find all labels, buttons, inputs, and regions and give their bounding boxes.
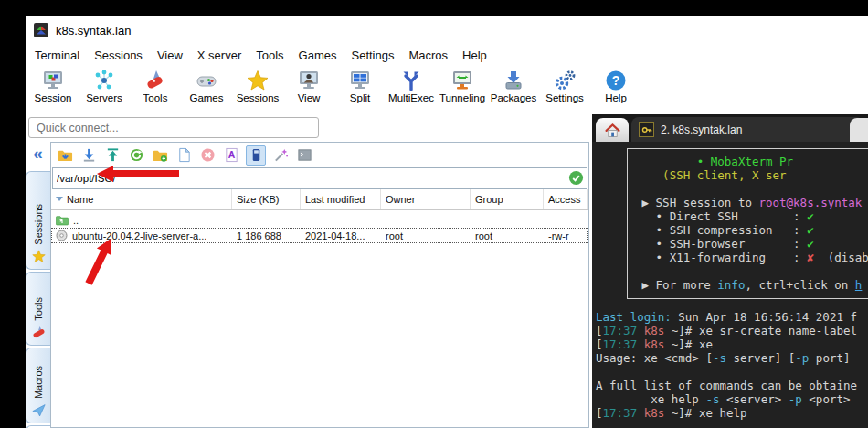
- column-group[interactable]: Group: [471, 189, 544, 209]
- terminal-tab-bar: 2. k8s.syntak.lan ×: [592, 114, 868, 142]
- toolbar-sessions-button[interactable]: Sessions: [232, 66, 283, 114]
- tunneling-monitor-icon: [450, 69, 474, 92]
- toolbar-multiexec-button[interactable]: MultiExec: [386, 66, 437, 114]
- packages-drive-icon: [502, 69, 525, 92]
- new-folder-icon: [153, 147, 168, 163]
- toolbar-packages-button[interactable]: Packages: [488, 66, 539, 114]
- new-file-icon: [176, 147, 192, 163]
- servers-network-icon: [92, 69, 116, 92]
- menu-terminal[interactable]: Terminal: [27, 46, 87, 65]
- toolbar-help-button[interactable]: ? Help: [590, 66, 641, 114]
- table-row-ubuntu-iso[interactable]: ubuntu-20.04.2-live-server-a... 1 186 68…: [51, 228, 588, 243]
- mobaxterm-logo-icon: [34, 23, 48, 37]
- svg-text:A: A: [228, 150, 235, 160]
- toolbar-session-button[interactable]: Session: [27, 66, 79, 114]
- quick-connect-row: [26, 114, 589, 142]
- main-toolbar: Session Servers Tools Games Sessions Vie…: [26, 66, 868, 114]
- sidebar-tab-sessions[interactable]: Sessions: [26, 171, 50, 270]
- terminal-tab-k8s[interactable]: 2. k8s.syntak.lan ×: [631, 117, 863, 142]
- parent-folder-button[interactable]: [56, 146, 74, 165]
- menu-games[interactable]: Games: [291, 46, 344, 65]
- file-owner: root: [381, 230, 471, 241]
- sftp-browser-panel: A Name: [50, 142, 589, 428]
- sidebar-tab-macros[interactable]: Macros: [26, 348, 50, 423]
- knife-icon: [32, 326, 46, 339]
- tools-knife-icon: [143, 69, 167, 92]
- games-gamepad-icon: [195, 69, 218, 92]
- toolbar-tools-button[interactable]: Tools: [130, 66, 181, 114]
- terminal-banner: • MobaXterm Pr (SSH client, X ser ▶ SSH …: [627, 148, 868, 299]
- home-icon: [604, 123, 621, 138]
- delete-icon: [200, 147, 216, 163]
- quick-connect-input[interactable]: [28, 117, 319, 138]
- file-access: -rw-r: [544, 230, 588, 241]
- sort-indicator-icon[interactable]: [56, 197, 63, 201]
- sidebar-collapse-button[interactable]: «: [26, 142, 50, 166]
- mobaxterm-window: k8s.syntak.lan Terminal Sessions View X …: [26, 16, 868, 428]
- new-folder-button[interactable]: [151, 146, 169, 165]
- upload-button[interactable]: [103, 146, 122, 165]
- edit-rename-button[interactable]: A: [222, 146, 240, 165]
- key-icon: [639, 122, 654, 137]
- terminal-button[interactable]: [295, 146, 313, 165]
- desktop-background: k8s.syntak.lan Terminal Sessions View X …: [0, 0, 868, 428]
- multiexec-fork-icon: [399, 69, 423, 92]
- star-icon: [32, 250, 46, 263]
- sidebar-tabs: Sessions Tools Macros: [26, 166, 50, 428]
- download-button[interactable]: [79, 146, 98, 165]
- disc-icon: [56, 230, 68, 241]
- file-name: ubuntu-20.04.2-live-server-a...: [72, 230, 206, 241]
- file-group: root: [471, 230, 544, 241]
- refresh-icon: [129, 147, 144, 163]
- menu-tools[interactable]: Tools: [249, 46, 291, 65]
- column-modified[interactable]: Last modified: [301, 189, 381, 209]
- menu-bar: Terminal Sessions View X server Tools Ga…: [26, 44, 868, 66]
- refresh-button[interactable]: [127, 146, 145, 165]
- file-table: Name Size (KB) Last modified Owner Group…: [51, 189, 588, 427]
- folder-up-icon: [56, 215, 69, 226]
- sessions-star-icon: [246, 69, 270, 92]
- table-row-parent[interactable]: ..: [51, 212, 588, 228]
- menu-view[interactable]: View: [150, 46, 190, 65]
- column-size[interactable]: Size (KB): [232, 189, 301, 209]
- sftp-toolbar: A: [51, 143, 588, 167]
- sidebar-tab-tools[interactable]: Tools: [26, 272, 50, 346]
- toolbar-settings-button[interactable]: Settings: [539, 66, 590, 114]
- file-table-header: Name Size (KB) Last modified Owner Group…: [51, 189, 588, 210]
- terminal-screen[interactable]: • MobaXterm Pr (SSH client, X ser ▶ SSH …: [592, 142, 868, 428]
- toolbar-tunneling-button[interactable]: Tunneling: [437, 66, 488, 114]
- help-question-icon: ?: [604, 69, 628, 92]
- toolbar-split-button[interactable]: Split: [334, 66, 386, 114]
- column-name[interactable]: Name: [51, 189, 232, 209]
- menu-settings[interactable]: Settings: [344, 46, 402, 65]
- terminal-pane: 2. k8s.syntak.lan × • MobaXterm Pr (SSH …: [592, 114, 868, 428]
- hex-view-icon: [249, 147, 264, 163]
- window-title: k8s.syntak.lan: [56, 24, 131, 37]
- column-owner[interactable]: Owner: [381, 189, 471, 209]
- paper-plane-icon: [32, 403, 46, 417]
- delete-button[interactable]: [198, 146, 217, 165]
- terminal-button-icon: [297, 147, 312, 163]
- wizard-wand-button[interactable]: [271, 146, 290, 165]
- split-monitor-icon: [348, 69, 372, 92]
- menu-macros[interactable]: Macros: [401, 46, 455, 65]
- menu-xserver[interactable]: X server: [190, 46, 249, 65]
- parent-folder-icon: [58, 147, 73, 163]
- sidebar: « Sessions Tools Macros: [26, 142, 50, 428]
- sftp-path-input[interactable]: [53, 167, 587, 189]
- file-size: 1 186 688: [232, 230, 301, 241]
- file-name: ..: [73, 215, 79, 226]
- titlebar: k8s.syntak.lan: [26, 16, 868, 44]
- menu-sessions[interactable]: Sessions: [87, 46, 150, 65]
- new-file-button[interactable]: [175, 146, 193, 165]
- column-access[interactable]: Access: [544, 189, 588, 209]
- home-tab[interactable]: [596, 118, 629, 142]
- hex-view-toggle[interactable]: [246, 145, 266, 166]
- new-tab-partial[interactable]: [850, 118, 868, 142]
- left-pane: « Sessions Tools Macros: [26, 114, 589, 428]
- terminal-tab-label: 2. k8s.syntak.lan: [661, 123, 742, 136]
- menu-help[interactable]: Help: [455, 46, 494, 65]
- toolbar-servers-button[interactable]: Servers: [79, 66, 130, 114]
- toolbar-games-button[interactable]: Games: [181, 66, 232, 114]
- toolbar-view-button[interactable]: View: [283, 66, 334, 114]
